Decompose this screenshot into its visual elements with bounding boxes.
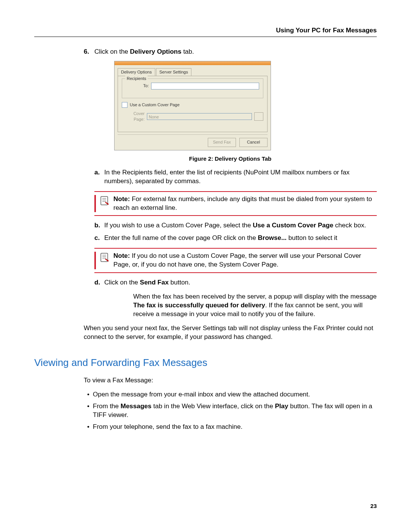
to-label: To:	[126, 83, 151, 89]
body-content: 6. Click on the Delivery Options tab. De…	[34, 48, 377, 431]
cover-checkbox-row: Use a Custom Cover Page	[122, 102, 263, 108]
note-external-numbers: Note: For external fax numbers, include …	[94, 191, 377, 216]
header-title: Using Your PC for Fax Messages	[276, 27, 377, 34]
cancel-button[interactable]: Cancel	[239, 138, 268, 147]
recipients-fieldset: Recipients To:	[122, 78, 263, 98]
dialog-panel: Recipients To: Use a Custom Cover Page C…	[118, 76, 268, 133]
cover-page-input[interactable]: None	[147, 113, 252, 120]
bullet-list: • Open the message from your e-mail inbo…	[84, 390, 377, 431]
use-custom-cover-checkbox[interactable]	[122, 102, 127, 108]
to-row: To:	[126, 83, 259, 89]
substep-b: b. If you wish to use a Custom Cover Pag…	[94, 221, 377, 230]
substep-c: c. Enter the full name of the cover page…	[94, 234, 377, 243]
bullet-3: • From your telephone, send the fax to a…	[84, 423, 377, 431]
note-bar	[94, 195, 96, 212]
tab-delivery-options[interactable]: Delivery Options	[118, 68, 155, 76]
tab-server-settings[interactable]: Server Settings	[156, 68, 191, 76]
cover-page-row: Cover Page: None	[122, 111, 263, 122]
dialog-tabs: Delivery Options Server Settings	[115, 65, 271, 76]
bullet-1: • Open the message from your e-mail inbo…	[84, 390, 377, 399]
document-page: Using Your PC for Fax Messages 6. Click …	[0, 0, 411, 532]
page-header: Using Your PC for Fax Messages	[34, 27, 377, 37]
cover-checkbox-label: Use a Custom Cover Page	[130, 102, 180, 108]
dialog-titlebar	[115, 61, 271, 65]
fieldset-legend: Recipients	[125, 76, 148, 81]
paragraph-next-fax: When you send your next fax, the Server …	[84, 324, 377, 342]
send-fax-button[interactable]: Send Fax	[208, 138, 236, 147]
cover-page-label: Cover Page:	[122, 111, 147, 122]
figure-caption: Figure 2: Delivery Options Tab	[84, 155, 377, 163]
section-heading: Viewing and Forwarding Fax Messages	[34, 356, 377, 369]
note-icon	[100, 196, 110, 206]
note-bar	[94, 252, 96, 269]
note-text: Note: For external fax numbers, include …	[113, 195, 377, 212]
delivery-options-dialog: Delivery Options Server Settings Recipie…	[114, 61, 271, 151]
paragraph-success: When the fax has been received by the se…	[84, 292, 377, 319]
substep-d: d. Click on the Send Fax button.	[94, 278, 377, 287]
view-intro: To view a Fax Message:	[84, 376, 377, 385]
note-cover-page: Note: If you do not use a Custom Cover P…	[94, 248, 377, 273]
step-text: Click on the Delivery Options tab.	[94, 48, 194, 56]
substep-a: a. In the Recipients field, enter the li…	[94, 168, 377, 186]
figure-2-screenshot: Delivery Options Server Settings Recipie…	[114, 61, 377, 151]
step-6: 6. Click on the Delivery Options tab.	[84, 48, 377, 56]
bullet-2: • From the Messages tab in the Web View …	[84, 402, 377, 420]
step-number: 6.	[84, 48, 94, 56]
page-number: 23	[370, 503, 377, 509]
browse-button[interactable]	[254, 112, 263, 121]
note-icon	[100, 252, 110, 262]
note-text: Note: If you do not use a Custom Cover P…	[113, 252, 377, 269]
dialog-button-bar: Send Fax Cancel	[115, 135, 271, 150]
to-input[interactable]	[151, 83, 259, 89]
